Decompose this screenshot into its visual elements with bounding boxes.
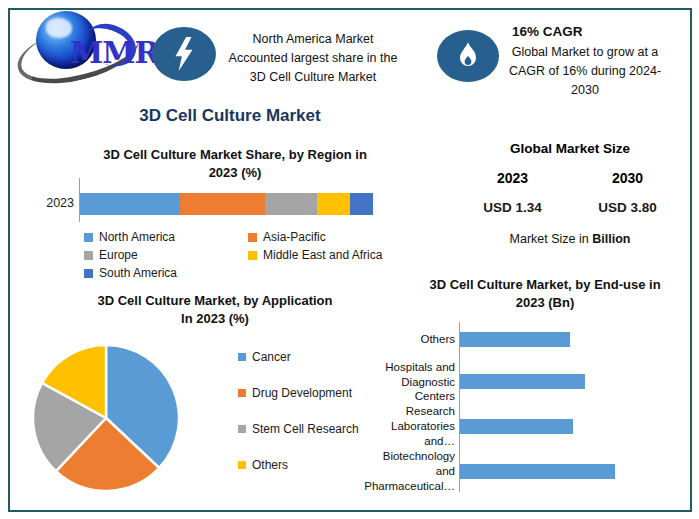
cagr-title: 16% CAGR <box>496 22 674 42</box>
enduse-label-others: Others <box>363 332 455 347</box>
legend-swatch <box>238 425 246 433</box>
legend-item-stem-cell-research: Stem Cell Research <box>238 421 359 437</box>
legend-label: Drug Development <box>252 386 352 400</box>
legend-label: Asia-Pacific <box>263 230 326 244</box>
region-segment-middle-east-and-africa <box>317 193 349 215</box>
legend-swatch <box>84 269 93 278</box>
enduse-label-line: Others <box>363 332 455 347</box>
region-segment-asia-pacific <box>180 193 265 215</box>
flame-badge <box>437 30 499 82</box>
region-chart-title-line2: 2023 (%) <box>70 164 400 182</box>
legend-swatch <box>248 251 257 260</box>
lightning-icon <box>171 37 197 71</box>
enduse-label-line: Biotechnology and <box>363 449 455 479</box>
application-legend: CancerDrug DevelopmentStem Cell Research… <box>238 349 359 473</box>
market-size-values: USD 1.34 USD 3.80 <box>455 200 685 215</box>
enduse-bar-hospitals-and-diagnostic-centers <box>460 374 585 389</box>
market-size-years: 2023 2030 <box>455 170 685 186</box>
market-size-note-unit: Billion <box>592 232 630 246</box>
market-size-note: Market Size in Billion <box>455 232 685 246</box>
legend-swatch <box>84 233 93 242</box>
note-line: North America Market <box>213 30 413 49</box>
enduse-row-biotechnology-and-pharmaceutical: Biotechnology andPharmaceutical… <box>363 449 670 494</box>
note-line: Accounted largest share in the <box>213 49 413 68</box>
application-pie <box>31 343 181 493</box>
legend-label: Cancer <box>252 350 291 364</box>
region-axis-label: 2023 <box>36 196 74 210</box>
legend-item-others: Others <box>238 457 359 473</box>
legend-label: Others <box>252 458 288 472</box>
region-segment-north-america <box>80 193 180 215</box>
enduse-label-line: Diagnostic Centers <box>363 375 455 405</box>
page-title: 3D Cell Culture Market <box>70 106 390 126</box>
market-size-title: Global Market Size <box>455 141 685 156</box>
enduse-label-research-laboratories-and: ResearchLaboratories and… <box>363 404 455 449</box>
legend-item-middle-east-and-africa: Middle East and Africa <box>248 247 394 263</box>
enduse-label-biotechnology-and-pharmaceutical: Biotechnology andPharmaceutical… <box>363 449 455 494</box>
cagr-note: 16% CAGR Global Market to grow at a CAGR… <box>496 22 674 100</box>
note-line: CAGR of 16% during 2024- <box>496 62 674 81</box>
note-line: Global Market to grow at a <box>496 43 674 62</box>
legend-item-europe: Europe <box>84 247 244 263</box>
market-size-year-2030: 2030 <box>570 170 685 186</box>
legend-item-asia-pacific: Asia-Pacific <box>248 229 394 245</box>
note-line: 3D Cell Culture Market <box>213 68 413 87</box>
region-chart-title-line1: 3D Cell Culture Market Share, by Region … <box>70 146 400 164</box>
market-size-value-2030: USD 3.80 <box>570 200 685 215</box>
legend-swatch <box>248 233 257 242</box>
enduse-chart: OthersHospitals andDiagnostic CentersRes… <box>363 320 670 494</box>
application-chart-title-line2: In 2023 (%) <box>50 310 380 328</box>
region-stacked-bar <box>80 193 373 215</box>
enduse-chart-title-line2: 2023 (Bn) <box>405 294 685 312</box>
logo-text: MMR <box>70 35 158 70</box>
enduse-row-hospitals-and-diagnostic-centers: Hospitals andDiagnostic Centers <box>363 360 670 405</box>
enduse-bar-others <box>460 332 570 347</box>
enduse-rows: OthersHospitals andDiagnostic CentersRes… <box>363 320 670 494</box>
enduse-bar-research-laboratories-and <box>460 419 573 434</box>
legend-item-south-america: South America <box>84 265 244 281</box>
legend-label: South America <box>99 266 177 280</box>
enduse-chart-title: 3D Cell Culture Market, by End-use in 20… <box>405 276 685 311</box>
region-chart-title: 3D Cell Culture Market Share, by Region … <box>70 146 400 181</box>
application-chart-title-line1: 3D Cell Culture Market, by Application <box>50 292 380 310</box>
enduse-chart-title-line1: 3D Cell Culture Market, by End-use in <box>405 276 685 294</box>
mmr-logo: MMR <box>14 9 148 75</box>
enduse-label-line: Hospitals and <box>363 360 455 375</box>
lightning-badge <box>152 27 216 81</box>
enduse-bar-biotechnology-and-pharmaceutical <box>460 464 615 479</box>
legend-label: Middle East and Africa <box>263 248 382 262</box>
market-size-note-prefix: Market Size in <box>510 232 593 246</box>
enduse-row-research-laboratories-and: ResearchLaboratories and… <box>363 404 670 449</box>
region-segment-south-america <box>350 193 373 215</box>
region-segment-europe <box>265 193 318 215</box>
north-america-note: North America Market Accounted largest s… <box>213 30 413 86</box>
enduse-label-line: Pharmaceutical… <box>363 479 455 494</box>
region-legend: North AmericaAsia-PacificEuropeMiddle Ea… <box>84 229 394 281</box>
flame-icon <box>456 41 480 71</box>
legend-label: Europe <box>99 248 138 262</box>
legend-swatch <box>238 461 246 469</box>
enduse-label-hospitals-and-diagnostic-centers: Hospitals andDiagnostic Centers <box>363 360 455 405</box>
legend-swatch <box>84 251 93 260</box>
note-line: 2030 <box>496 81 674 100</box>
legend-label: Stem Cell Research <box>252 422 359 436</box>
enduse-label-line: Research <box>363 404 455 419</box>
market-size-year-2023: 2023 <box>455 170 570 186</box>
application-pie-svg <box>31 343 181 493</box>
market-size-value-2023: USD 1.34 <box>455 200 570 215</box>
legend-label: North America <box>99 230 175 244</box>
enduse-row-others: Others <box>363 320 670 360</box>
enduse-label-line: Laboratories and… <box>363 419 455 449</box>
legend-item-drug-development: Drug Development <box>238 385 359 401</box>
legend-swatch <box>238 353 246 361</box>
legend-item-cancer: Cancer <box>238 349 359 365</box>
legend-item-north-america: North America <box>84 229 244 245</box>
legend-swatch <box>238 389 246 397</box>
application-chart-title: 3D Cell Culture Market, by Application I… <box>50 292 380 327</box>
